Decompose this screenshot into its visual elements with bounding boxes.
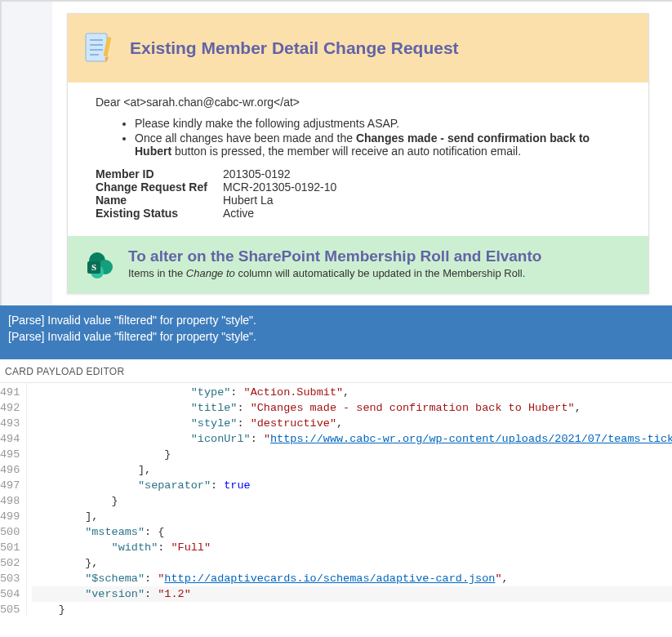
svg-rect-0 xyxy=(86,33,107,61)
line-number: 493 xyxy=(0,416,20,431)
error-message: [Parse] Invalid value "filtered" for pro… xyxy=(8,328,664,345)
sharepoint-subtitle: Items in the Change to column will autom… xyxy=(128,267,541,279)
bullet-text: Please kindly make the following adjustm… xyxy=(135,117,399,130)
line-number: 496 xyxy=(0,462,20,478)
at-tag-close: </at> xyxy=(274,96,300,109)
code-line[interactable]: "title": "Changes made - send confirmati… xyxy=(32,400,672,416)
sp-sub-italic: Change to xyxy=(186,267,235,279)
greeting-prefix: Dear xyxy=(96,96,123,109)
detail-row: Existing Status Active xyxy=(96,207,621,220)
adaptive-card: Existing Member Detail Change Request De… xyxy=(67,13,649,294)
code-line[interactable]: "separator": true xyxy=(32,478,672,493)
card-preview-pane: Existing Member Detail Change Request De… xyxy=(0,0,672,305)
code-line[interactable]: "$schema": "http://adaptivecards.io/sche… xyxy=(32,571,672,586)
line-number: 491 xyxy=(0,385,20,400)
svg-text:S: S xyxy=(91,262,96,272)
card-header: Existing Member Detail Change Request xyxy=(68,14,648,82)
code-line[interactable]: } xyxy=(32,493,672,509)
detail-row: Member ID 201305-0192 xyxy=(96,167,621,180)
bullet-text: Once all changes have been made and the xyxy=(135,131,356,145)
instruction-item: Once all changes have been made and the … xyxy=(135,131,621,158)
greeting-email: sarah.chan@cabc-wr.org xyxy=(146,96,274,109)
at-tag-open: <at> xyxy=(123,96,146,109)
code-line[interactable]: "iconUrl": "https://www.cabc-wr.org/wp-c… xyxy=(32,431,672,447)
instruction-item: Please kindly make the following adjustm… xyxy=(135,117,621,130)
document-pencil-icon xyxy=(82,30,118,66)
detail-row: Change Request Ref MCR-201305-0192-10 xyxy=(96,180,621,194)
line-number: 502 xyxy=(0,555,20,571)
code-content[interactable]: "type": "Action.Submit", "title": "Chang… xyxy=(27,383,672,615)
detail-label: Existing Status xyxy=(96,207,223,220)
member-detail-table: Member ID 201305-0192 Change Request Ref… xyxy=(96,167,621,220)
code-line[interactable]: "msteams": { xyxy=(32,524,672,540)
code-line[interactable]: ], xyxy=(32,462,672,478)
sharepoint-text: To alter on the SharePoint Membership Ro… xyxy=(128,247,541,279)
detail-value: MCR-201305-0192-10 xyxy=(223,180,336,194)
line-number: 504 xyxy=(0,586,20,602)
instruction-list: Please kindly make the following adjustm… xyxy=(96,117,621,158)
sharepoint-title: To alter on the SharePoint Membership Ro… xyxy=(128,247,541,265)
code-line[interactable]: "width": "Full" xyxy=(32,540,672,555)
code-line[interactable]: } xyxy=(32,602,672,615)
code-line[interactable]: }, xyxy=(32,555,672,571)
card-body: Dear <at>sarah.chan@cabc-wr.org</at> Ple… xyxy=(68,82,648,236)
line-number: 501 xyxy=(0,540,20,555)
line-number: 495 xyxy=(0,447,20,462)
detail-label: Name xyxy=(96,194,223,207)
code-line[interactable]: "version": "1.2" xyxy=(32,586,672,602)
parse-error-panel: [Parse] Invalid value "filtered" for pro… xyxy=(0,305,672,359)
code-line[interactable]: "type": "Action.Submit", xyxy=(32,385,672,400)
code-line[interactable]: ], xyxy=(32,509,672,524)
line-number: 500 xyxy=(0,524,20,540)
code-line[interactable]: "style": "destructive", xyxy=(32,416,672,431)
line-number: 498 xyxy=(0,493,20,509)
sharepoint-section: S To alter on the SharePoint Membership … xyxy=(68,236,648,293)
greeting-line: Dear <at>sarah.chan@cabc-wr.org</at> xyxy=(96,96,621,109)
code-line[interactable]: } xyxy=(32,447,672,462)
code-editor[interactable]: 4914924934944954964974984995005015025035… xyxy=(0,383,672,615)
line-number-gutter: 4914924934944954964974984995005015025035… xyxy=(0,383,27,615)
editor-title: CARD PAYLOAD EDITOR xyxy=(0,359,672,383)
line-number: 503 xyxy=(0,571,20,586)
sp-sub-text: column will automatically be updated in … xyxy=(235,267,526,279)
sp-sub-text: Items in the xyxy=(128,267,186,279)
bullet-text: button is pressed, the member will recei… xyxy=(171,145,521,158)
preview-gutter xyxy=(2,2,52,305)
detail-row: Name Hubert La xyxy=(96,194,621,207)
detail-value: 201305-0192 xyxy=(223,167,291,180)
line-number: 494 xyxy=(0,431,20,447)
error-message: [Parse] Invalid value "filtered" for pro… xyxy=(8,312,664,328)
detail-label: Member ID xyxy=(96,167,223,180)
line-number: 499 xyxy=(0,509,20,524)
line-number: 492 xyxy=(0,400,20,416)
line-number: 505 xyxy=(0,602,20,615)
detail-value: Hubert La xyxy=(223,194,273,207)
detail-value: Active xyxy=(223,207,254,220)
detail-label: Change Request Ref xyxy=(96,180,223,194)
sharepoint-icon: S xyxy=(82,249,115,282)
line-number: 497 xyxy=(0,478,20,493)
card-header-title: Existing Member Detail Change Request xyxy=(130,38,459,58)
